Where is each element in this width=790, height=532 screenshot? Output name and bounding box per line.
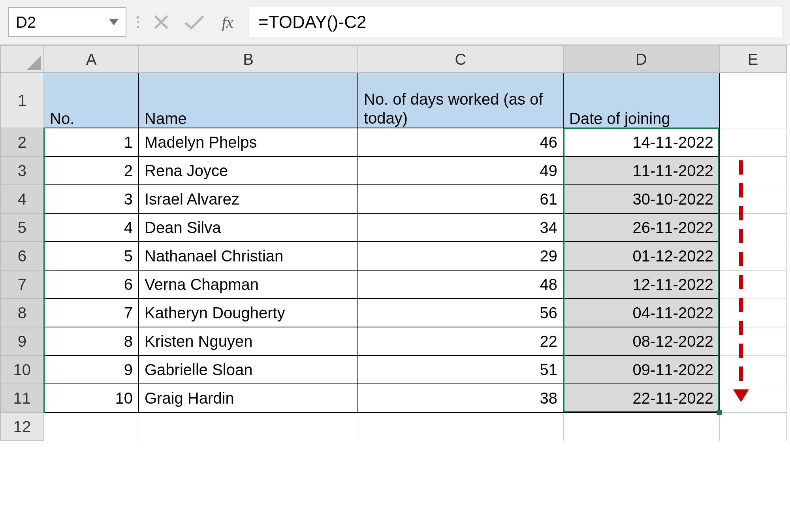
row-header-4[interactable]: 4 — [0, 185, 44, 213]
cell-B2[interactable]: Madelyn Phelps — [139, 128, 358, 156]
cell-D7[interactable]: 12-11-2022 — [563, 270, 719, 299]
cell-B7[interactable]: Verna Chapman — [139, 270, 358, 299]
cell-E4[interactable] — [719, 185, 786, 213]
cell-A11[interactable]: 10 — [44, 384, 139, 412]
name-box-value: D2 — [16, 13, 36, 31]
cell-D1[interactable]: Date of joining — [563, 73, 719, 128]
cell-B6[interactable]: Nathanael Christian — [139, 242, 358, 270]
cell-E9[interactable] — [719, 327, 786, 355]
cell-E7[interactable] — [719, 270, 786, 299]
check-icon — [184, 13, 205, 31]
cell-A4[interactable]: 3 — [44, 185, 139, 213]
cell-A2[interactable]: 1 — [44, 128, 139, 156]
cell-C7[interactable]: 48 — [358, 270, 563, 299]
col-header-E[interactable]: E — [719, 46, 786, 73]
cell-D4[interactable]: 30-10-2022 — [563, 185, 719, 213]
col-header-A[interactable]: A — [44, 46, 139, 73]
cell-C8[interactable]: 56 — [358, 299, 563, 327]
row-header-7[interactable]: 7 — [0, 270, 44, 299]
cell-B8[interactable]: Katheryn Dougherty — [139, 299, 358, 327]
row-header-12[interactable]: 12 — [0, 412, 44, 441]
cell-D6[interactable]: 01-12-2022 — [563, 242, 719, 270]
cell-C9[interactable]: 22 — [358, 327, 563, 355]
select-all-corner[interactable] — [0, 46, 44, 73]
cell-C3[interactable]: 49 — [358, 156, 563, 185]
row-header-10[interactable]: 10 — [0, 355, 44, 384]
cell-B10[interactable]: Gabrielle Sloan — [139, 355, 358, 384]
row-header-1[interactable]: 1 — [0, 73, 44, 128]
cell-C2[interactable]: 46 — [358, 128, 563, 156]
cell-A6[interactable]: 5 — [44, 242, 139, 270]
cell-E5[interactable] — [719, 213, 786, 242]
col-header-D[interactable]: D — [563, 46, 719, 73]
row-header-3[interactable]: 3 — [0, 156, 44, 185]
cell-A12[interactable] — [44, 412, 139, 441]
confirm-button[interactable] — [182, 10, 206, 34]
cell-D5[interactable]: 26-11-2022 — [563, 213, 719, 242]
cell-D12[interactable] — [563, 412, 719, 441]
cell-B11[interactable]: Graig Hardin — [139, 384, 358, 412]
fx-icon: fx — [222, 13, 233, 32]
col-header-C[interactable]: C — [358, 46, 563, 73]
header-doj: Date of joining — [569, 110, 670, 127]
cell-A9[interactable]: 8 — [44, 327, 139, 355]
cancel-button[interactable] — [149, 10, 173, 34]
cell-D8[interactable]: 04-11-2022 — [563, 299, 719, 327]
cell-E12[interactable] — [719, 412, 786, 441]
cell-D10[interactable]: 09-11-2022 — [563, 355, 719, 384]
row-header-6[interactable]: 6 — [0, 242, 44, 270]
cell-D3[interactable]: 11-11-2022 — [563, 156, 719, 185]
cell-B12[interactable] — [139, 412, 358, 441]
cell-A8[interactable]: 7 — [44, 299, 139, 327]
row-header-2[interactable]: 2 — [0, 128, 44, 156]
cell-A10[interactable]: 9 — [44, 355, 139, 384]
column-header-row: A B C D E — [0, 46, 786, 73]
close-icon — [152, 13, 170, 31]
cell-D11[interactable]: 22-11-2022 — [563, 384, 719, 412]
cell-E2[interactable] — [719, 128, 786, 156]
row-header-11[interactable]: 11 — [0, 384, 44, 412]
row-header-8[interactable]: 8 — [0, 299, 44, 327]
cell-C1[interactable]: No. of days worked (as of today) — [358, 73, 563, 128]
cell-E1[interactable] — [719, 73, 786, 128]
cell-C12[interactable] — [358, 412, 563, 441]
cell-A7[interactable]: 6 — [44, 270, 139, 299]
cell-D9[interactable]: 08-12-2022 — [563, 327, 719, 355]
cell-C5[interactable]: 34 — [358, 213, 563, 242]
cell-E10[interactable] — [719, 355, 786, 384]
cell-B1[interactable]: Name — [139, 73, 358, 128]
cell-C10[interactable]: 51 — [358, 355, 563, 384]
cell-C6[interactable]: 29 — [358, 242, 563, 270]
cell-A1[interactable]: No. — [44, 73, 139, 128]
formula-text: =TODAY()-C2 — [258, 12, 366, 32]
col-header-B[interactable]: B — [139, 46, 358, 73]
cell-B5[interactable]: Dean Silva — [139, 213, 358, 242]
cell-D2[interactable]: 14-11-2022 — [563, 128, 719, 156]
header-days: No. of days worked (as of today) — [364, 90, 543, 127]
cell-C4[interactable]: 61 — [358, 185, 563, 213]
formula-input[interactable]: =TODAY()-C2 — [249, 7, 782, 37]
row-header-9[interactable]: 9 — [0, 327, 44, 355]
name-box[interactable]: D2 — [8, 7, 126, 37]
cell-E6[interactable] — [719, 242, 786, 270]
header-no: No. — [50, 110, 74, 127]
cell-B4[interactable]: Israel Alvarez — [139, 185, 358, 213]
cell-A5[interactable]: 4 — [44, 213, 139, 242]
row-header-5[interactable]: 5 — [0, 213, 44, 242]
spreadsheet-grid[interactable]: A B C D E 1 No. Name No. of days worked … — [0, 45, 790, 441]
cell-B9[interactable]: Kristen Nguyen — [139, 327, 358, 355]
insert-function-button[interactable]: fx — [216, 10, 239, 34]
cell-E11[interactable] — [719, 384, 786, 412]
chevron-down-icon[interactable] — [109, 19, 118, 25]
cell-B3[interactable]: Rena Joyce — [139, 156, 358, 185]
cell-E3[interactable] — [719, 156, 786, 185]
cell-C11[interactable]: 38 — [358, 384, 563, 412]
cell-A3[interactable]: 2 — [44, 156, 139, 185]
formula-bar-separator — [136, 16, 140, 28]
cell-E8[interactable] — [719, 299, 786, 327]
header-name: Name — [145, 110, 187, 127]
formula-bar: D2 fx =TODAY()-C2 — [0, 0, 790, 45]
